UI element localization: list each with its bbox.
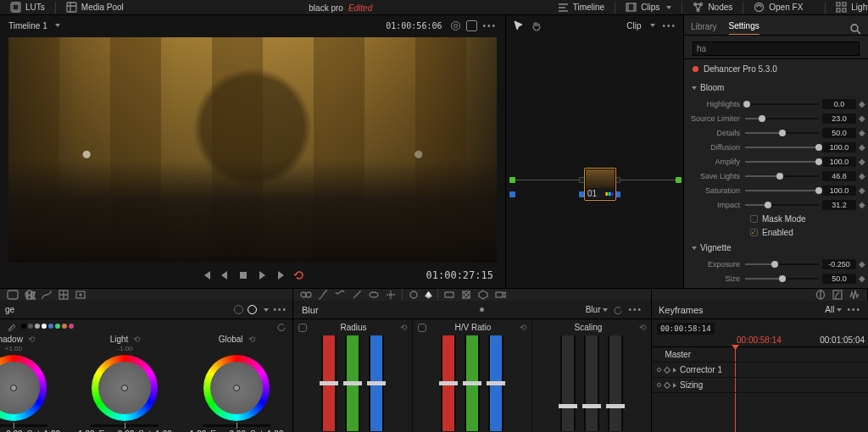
tracker-icon[interactable] xyxy=(385,289,397,301)
qualifier-icon[interactable] xyxy=(75,289,86,301)
curves2-icon[interactable] xyxy=(317,289,329,301)
wheel-shadow[interactable]: Shadow⟲ +1.00 1.00Exp0.00Sat1.00 xyxy=(0,335,60,432)
node-output-green[interactable] xyxy=(676,177,682,183)
play-button[interactable] xyxy=(255,269,269,282)
wheel-mode-dot[interactable] xyxy=(234,305,243,314)
hv-r-slider[interactable] xyxy=(441,335,456,431)
stop-button[interactable] xyxy=(236,269,250,282)
scaling-1-slider[interactable] xyxy=(560,335,576,431)
param-amplify[interactable]: Amplify 100.0 ◆ xyxy=(684,154,868,169)
next-frame-button[interactable] xyxy=(274,269,287,282)
hand-tool-icon[interactable] xyxy=(531,20,542,31)
blur-dropdown[interactable]: Blur xyxy=(586,305,601,314)
timeline-name[interactable]: Timeline 1 xyxy=(8,21,47,30)
scaling-3-slider[interactable] xyxy=(608,335,623,431)
kf-row-sizing[interactable]: Sizing xyxy=(652,378,868,393)
add-keyframe-icon[interactable]: ◆ xyxy=(859,200,865,209)
picker-icon[interactable] xyxy=(425,291,432,299)
primaries-icon[interactable] xyxy=(300,289,312,301)
color-swatches[interactable] xyxy=(21,324,74,329)
chevron-down-icon[interactable] xyxy=(55,24,60,27)
warper-icon[interactable] xyxy=(58,289,70,301)
gallery-icon[interactable] xyxy=(7,289,19,301)
param-exposure[interactable]: Exposure -0.250 ◆ xyxy=(684,257,868,271)
node-input-blue[interactable] xyxy=(509,191,515,197)
hdr-wheel-icon[interactable]: HDR xyxy=(24,289,36,301)
key-tab-icon[interactable] xyxy=(443,289,455,301)
color-node[interactable]: 01 xyxy=(584,168,616,201)
waveform-icon[interactable] xyxy=(849,289,860,301)
luts-button[interactable]: LUTs xyxy=(5,0,50,14)
pointer-tool-icon[interactable] xyxy=(513,20,524,31)
group-vignette-header[interactable]: Vignette xyxy=(684,239,868,257)
scaling-2-slider[interactable] xyxy=(584,335,599,431)
viewer-render-icon[interactable] xyxy=(450,20,461,31)
nodes-options-icon[interactable]: ••• xyxy=(662,21,676,30)
blur-tab-icon[interactable] xyxy=(408,289,420,301)
param-save-lights[interactable]: Save Lights 46.8 ◆ xyxy=(684,169,868,183)
node-input-green[interactable] xyxy=(509,177,515,183)
hv-g-slider[interactable] xyxy=(465,335,480,431)
warp-icon[interactable] xyxy=(334,289,346,301)
radius-g-slider[interactable] xyxy=(345,335,360,431)
fx-header[interactable]: Dehancer Pro 5.3.0 xyxy=(684,58,868,79)
nodes-graph[interactable]: 01 xyxy=(506,36,683,288)
wand-icon[interactable] xyxy=(351,289,363,301)
lightbox-toggle[interactable]: Light xyxy=(831,0,868,14)
wheels-picker-icon[interactable] xyxy=(7,322,16,331)
hv-b-slider[interactable] xyxy=(488,335,504,431)
add-keyframe-icon[interactable]: ◆ xyxy=(859,186,865,195)
wheel-light[interactable]: Light⟲ -1.00 1.00Exp0.00Sat1.00 xyxy=(78,335,171,432)
param-impact[interactable]: Impact 31.2 ◆ xyxy=(684,197,868,212)
camera-tab-icon[interactable] xyxy=(494,289,506,301)
radius-b-slider[interactable] xyxy=(369,335,384,431)
param-saturation[interactable]: Saturation 100.0 ◆ xyxy=(684,183,868,197)
inspector-search-input[interactable] xyxy=(693,42,860,56)
prev-frame-button[interactable] xyxy=(218,269,231,282)
group-bloom-header[interactable]: Bloom xyxy=(684,79,868,97)
wheels-options-icon[interactable]: ••• xyxy=(273,305,287,314)
param-source-limiter[interactable]: Source Limiter 23.0 ◆ xyxy=(684,111,868,125)
search-icon[interactable] xyxy=(850,24,861,35)
link-icon[interactable] xyxy=(418,324,426,332)
clips-toggle[interactable]: Clips xyxy=(620,0,676,14)
window-icon[interactable] xyxy=(368,289,380,301)
mediapool-button[interactable]: Media Pool xyxy=(61,0,129,14)
reset-icon[interactable]: ⟲ xyxy=(639,323,646,332)
keyframes-timecode[interactable]: 00:00:58:14 xyxy=(657,323,715,335)
wheel-mode-dot-active[interactable] xyxy=(248,305,257,314)
blur-mode-dot[interactable] xyxy=(480,307,484,312)
add-keyframe-icon[interactable]: ◆ xyxy=(859,171,865,180)
blur-reset-icon[interactable] xyxy=(613,305,623,315)
clip-dropdown[interactable]: Clip xyxy=(626,21,641,30)
kf-row-master[interactable]: Master xyxy=(652,347,868,363)
viewer-options-icon[interactable]: ••• xyxy=(482,21,497,30)
openfx-toggle[interactable]: Open FX xyxy=(748,0,808,14)
viewer-expand-icon[interactable] xyxy=(466,20,477,31)
add-keyframe-icon[interactable]: ◆ xyxy=(859,142,865,152)
reset-all-icon[interactable] xyxy=(276,322,286,331)
param-highlights[interactable]: Highlights 0.0 ◆ xyxy=(684,97,868,111)
add-keyframe-icon[interactable]: ◆ xyxy=(859,157,865,166)
add-keyframe-icon[interactable]: ◆ xyxy=(859,114,865,123)
param-diffusion[interactable]: Diffusion 100.0 ◆ xyxy=(684,140,868,154)
fx-enabled-led[interactable] xyxy=(693,66,698,72)
blur-options-icon[interactable]: ••• xyxy=(628,305,643,314)
radius-r-slider[interactable] xyxy=(321,335,337,431)
keyframes-filter[interactable]: All xyxy=(825,305,834,314)
viewer-image[interactable] xyxy=(8,37,497,263)
keyframes-options-icon[interactable]: ••• xyxy=(847,305,861,314)
add-keyframe-icon[interactable]: ◆ xyxy=(859,99,865,108)
add-keyframe-icon[interactable]: ◆ xyxy=(859,128,865,137)
timeline-toggle[interactable]: Timeline xyxy=(553,0,609,14)
scopes-icon[interactable] xyxy=(815,289,826,301)
mask-mode-checkbox[interactable]: Mask Mode xyxy=(684,212,868,225)
reset-icon[interactable]: ⟲ xyxy=(520,323,526,332)
kf-row-corrector[interactable]: Corrector 1 xyxy=(652,363,868,378)
info-icon[interactable] xyxy=(832,289,843,301)
3d-tab-icon[interactable] xyxy=(477,289,489,301)
header-timecode[interactable]: 01:00:56:06 xyxy=(386,21,442,30)
loop-button[interactable] xyxy=(292,269,306,282)
param-details[interactable]: Details 50.0 ◆ xyxy=(684,125,868,140)
param-size[interactable]: Size 50.0 ◆ xyxy=(684,271,868,285)
